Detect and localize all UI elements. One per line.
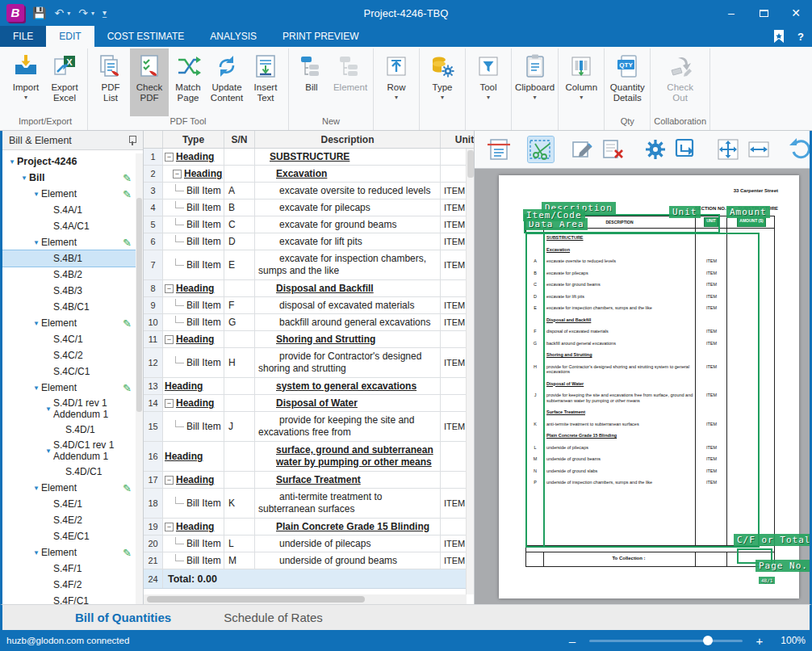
tree-item-bill[interactable]: ▼Bill✎ — [2, 170, 143, 186]
data-area-box[interactable] — [525, 233, 760, 548]
table-row[interactable]: 1−HeadingSUBSTRUCTURE — [144, 149, 467, 166]
column-header-type[interactable]: Type — [163, 131, 224, 148]
row-button[interactable]: Row▾ — [377, 48, 416, 116]
crop-region-icon[interactable] — [528, 136, 554, 162]
table-row[interactable]: 2−HeadingExcavation — [144, 166, 467, 183]
pdf-list-button[interactable]: PDF List — [91, 48, 130, 116]
tree-item-s-4f-1[interactable]: S.4F/1 — [2, 561, 143, 577]
tree-item-element[interactable]: ▼Element✎ — [2, 315, 143, 331]
quantity-details-button[interactable]: QTYQuantity Details — [608, 48, 647, 116]
expand-arrow-icon[interactable]: ▼ — [19, 174, 29, 182]
doc-tab-bill-of-quantities[interactable]: Bill of Quantities — [75, 611, 171, 624]
tree-scrollbar[interactable] — [136, 153, 143, 604]
edit-pencil-icon[interactable]: ✎ — [123, 482, 132, 494]
table-vscrollbar[interactable] — [466, 149, 474, 594]
settings-icon[interactable] — [642, 136, 668, 162]
expand-arrow-icon[interactable]: ▼ — [31, 239, 41, 246]
zoom-out-button[interactable]: – — [567, 634, 578, 648]
table-row[interactable]: 9Bill ItemFdisposal of excavated materia… — [144, 297, 467, 314]
collapse-box-icon[interactable]: − — [165, 335, 174, 344]
edit-pencil-icon[interactable]: ✎ — [123, 547, 132, 559]
page-no-badge[interactable]: 4B/1 — [759, 577, 775, 584]
dropdown-caret-icon[interactable]: ▾ — [580, 94, 583, 101]
edit-pencil-icon[interactable]: ✎ — [123, 237, 132, 249]
expand-arrow-icon[interactable]: ▼ — [44, 405, 53, 413]
expand-arrow-icon[interactable]: ▼ — [44, 447, 53, 455]
expand-arrow-icon[interactable]: ▼ — [7, 158, 17, 166]
tree-item-element[interactable]: ▼Element✎ — [2, 234, 143, 250]
table-row[interactable]: 5Bill ItemCexcavate for ground beamsITEM — [144, 216, 467, 233]
tree-item-element[interactable]: ▼Element✎ — [2, 544, 143, 561]
tree-item-s-4b-3[interactable]: S.4B/3 — [2, 283, 143, 299]
column-button[interactable]: Column▾ — [562, 48, 601, 116]
help-icon[interactable]: ? — [797, 31, 804, 43]
amount-annotation-label[interactable]: Amount — [726, 206, 770, 218]
zoom-slider-thumb[interactable] — [703, 636, 713, 645]
table-row[interactable]: 4Bill ItemBexcavate for pilecapsITEM — [144, 200, 467, 216]
bookmark-icon[interactable] — [773, 30, 785, 44]
dropdown-caret-icon[interactable]: ▾ — [24, 94, 27, 101]
tree-item-element[interactable]: ▼Element✎ — [2, 186, 143, 202]
collapse-box-icon[interactable]: − — [165, 153, 174, 162]
tree-item-element[interactable]: ▼Element✎ — [2, 380, 143, 396]
table-row[interactable]: 15Bill ItemJprovide for keeping the site… — [144, 412, 467, 442]
table-row[interactable]: 14−HeadingDisposal of Water — [144, 395, 467, 412]
edit-pencil-icon[interactable]: ✎ — [123, 188, 132, 200]
table-hscrollbar[interactable] — [144, 594, 467, 604]
collapse-box-icon[interactable]: − — [173, 170, 182, 178]
table-row[interactable]: 6Bill ItemDexcavate for lift pitsITEM — [144, 233, 467, 250]
column-header-unit[interactable]: Unit — [441, 131, 475, 148]
tree-item-element[interactable]: ▼Element✎ — [2, 480, 143, 496]
type-button[interactable]: Type▾ — [423, 48, 462, 116]
item-code-annotation-label[interactable]: Item/Code — [523, 209, 585, 221]
collapse-box-icon[interactable]: − — [165, 476, 174, 485]
tree-item-s-4e-2[interactable]: S.4E/2 — [2, 512, 143, 528]
close-button[interactable]: ✕ — [780, 0, 812, 26]
tree-item-s-4f-c1[interactable]: S.4F/C1 — [2, 593, 143, 604]
expand-arrow-icon[interactable]: ▼ — [31, 320, 41, 327]
check-pdf-button[interactable]: Check PDF — [130, 48, 169, 116]
rotate-left-icon[interactable] — [788, 136, 810, 162]
pin-icon[interactable] — [128, 136, 136, 145]
table-row[interactable]: 10Bill ItemGbackfill around general exca… — [144, 314, 467, 331]
tree-item-s-4b-1[interactable]: S.4B/1 — [2, 250, 143, 267]
table-row[interactable]: 21Bill ItemMunderside of ground beamsITE… — [144, 552, 467, 569]
unit-annotation-label[interactable]: Unit — [669, 206, 701, 218]
clipboard-button[interactable]: Clipboard▾ — [515, 48, 555, 116]
tree-item-s-4c-c1[interactable]: S.4C/C1 — [2, 363, 143, 380]
table-row[interactable]: 17−HeadingSurface Treatment — [144, 472, 467, 489]
edit-pencil-icon[interactable]: ✎ — [123, 317, 132, 330]
edit-annotation-icon[interactable] — [570, 136, 596, 162]
minimize-button[interactable]: – — [715, 0, 747, 26]
insert-text-button[interactable]: Insert Text — [246, 48, 285, 116]
tree-item-s-4a-1[interactable]: S.4A/1 — [2, 202, 143, 218]
page-no-annotation-label[interactable]: Page No. — [755, 560, 810, 572]
tree-item-s-4f-2[interactable]: S.4F/2 — [2, 577, 143, 593]
delete-annotation-icon[interactable] — [601, 136, 626, 162]
item-column-box[interactable] — [525, 233, 545, 548]
pan-icon[interactable] — [715, 136, 741, 162]
update-content-button[interactable]: Update Content — [207, 48, 246, 116]
dropdown-caret-icon[interactable]: ▾ — [395, 94, 398, 101]
column-header-description[interactable]: Description — [255, 131, 441, 148]
import-button[interactable]: Import▾ — [6, 48, 45, 116]
maximize-button[interactable] — [747, 0, 780, 26]
table-row[interactable]: 8−HeadingDisposal and Backfill — [144, 280, 467, 297]
expand-arrow-icon[interactable]: ▼ — [31, 485, 41, 492]
expand-arrow-icon[interactable]: ▼ — [31, 384, 41, 392]
tree-item-s-4e-c1[interactable]: S.4E/C1 — [2, 528, 143, 544]
tree-item-s-4a-c1[interactable]: S.4A/C1 — [2, 218, 143, 234]
table-row[interactable]: 20Bill ItemLunderside of pilecapsITEM — [144, 536, 467, 552]
goto-page-icon[interactable] — [673, 136, 699, 162]
collapse-box-icon[interactable]: − — [165, 399, 174, 408]
export-excel-button[interactable]: XExport Excel — [45, 48, 84, 116]
tree-item-s-4d-1-rev-1[interactable]: ▼S.4D/1 rev 1 Addendum 1 — [2, 396, 143, 422]
table-row[interactable]: 13Headingsystem to general excavations — [144, 378, 467, 395]
bill-button[interactable]: Bill — [292, 48, 331, 116]
collapse-box-icon[interactable]: − — [165, 523, 174, 531]
edit-pencil-icon[interactable]: ✎ — [123, 382, 132, 394]
tab-cost-estimate[interactable]: COST ESTIMATE — [94, 26, 198, 47]
tab-print-preview[interactable]: PRINT PREVIEW — [270, 26, 371, 47]
tree-item-s-4d-1[interactable]: S.4D/1 — [2, 422, 143, 438]
tree-item-s-4c-2[interactable]: S.4C/2 — [2, 347, 143, 363]
